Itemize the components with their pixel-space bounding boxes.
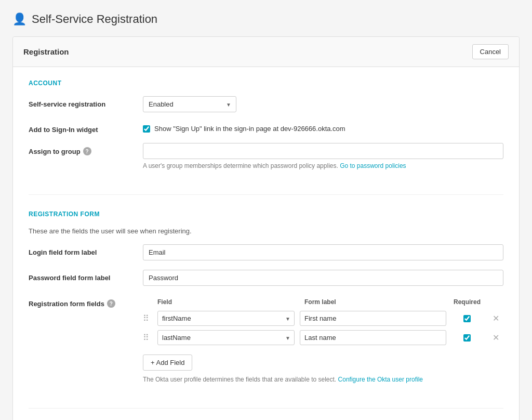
password-field-input[interactable] [143, 270, 503, 286]
table-row: ⠿ firstName lastName email ▼ [143, 311, 503, 326]
col-required-header: Required [446, 298, 488, 306]
field-select-1[interactable]: firstName lastName email [157, 311, 295, 326]
add-field-button[interactable]: + Add Field [143, 355, 192, 371]
account-section-title: ACCOUNT [29, 80, 503, 87]
field-label-input-2[interactable] [300, 330, 446, 345]
registration-form-section-title: REGISTRATION FORM [29, 211, 503, 218]
login-field-row: Login field form label [29, 244, 503, 260]
field-label-input-1[interactable] [300, 311, 446, 326]
assign-group-control: A user's group memberships determine whi… [143, 143, 503, 169]
self-service-row: Self-service registration Enabled Disabl… [29, 96, 503, 112]
form-fields-row: Registration form fields ? Field Form la… [29, 295, 503, 383]
col-label-header: Form label [299, 298, 446, 306]
self-service-label: Self-service registration [29, 96, 143, 108]
password-policies-link[interactable]: Go to password policies [340, 162, 406, 169]
assign-group-helper: A user's group memberships determine whi… [143, 162, 503, 169]
card-body: ACCOUNT Self-service registration Enable… [13, 67, 519, 420]
fields-table: Field Form label Required ⠿ first [143, 295, 503, 345]
account-section: ACCOUNT Self-service registration Enable… [29, 80, 503, 195]
login-field-label: Login field form label [29, 244, 143, 256]
required-checkbox-2[interactable] [463, 334, 471, 342]
sign-in-checkbox-label: Show "Sign Up" link in the sign-in page … [154, 125, 345, 133]
assign-group-row: Assign to group ? A user's group members… [29, 143, 503, 169]
col-drag-header [143, 298, 157, 306]
page-title-area: 👤 Self-Service Registration [12, 12, 520, 26]
field-select-2[interactable]: firstName lastName email [157, 330, 295, 345]
registration-form-description: These are the fields the user will see w… [29, 227, 503, 235]
sign-in-widget-control: Show "Sign Up" link in the sign-in page … [143, 122, 503, 133]
delete-field-2-button[interactable]: ✕ [488, 333, 503, 343]
drag-handle-icon[interactable]: ⠿ [143, 313, 157, 323]
required-check-1 [446, 315, 488, 322]
fields-table-header: Field Form label Required [143, 295, 503, 309]
main-card: Registration Cancel ACCOUNT Self-service… [12, 36, 520, 420]
sign-in-widget-row: Add to Sign-In widget Show "Sign Up" lin… [29, 122, 503, 134]
fields-helper-text: The Okta user profile determines the fie… [143, 376, 503, 383]
configure-profile-link[interactable]: Configure the Okta user profile [338, 376, 423, 383]
registration-form-section: REGISTRATION FORM These are the fields t… [29, 211, 503, 409]
password-field-label: Password field form label [29, 270, 143, 282]
form-fields-label: Registration form fields ? [29, 295, 143, 308]
sign-in-checkbox-row: Show "Sign Up" link in the sign-in page … [143, 122, 503, 133]
required-check-2 [446, 334, 488, 342]
card-header: Registration Cancel [13, 37, 519, 67]
field-select-1-wrapper: firstName lastName email ▼ [157, 311, 295, 326]
password-field-control [143, 270, 503, 286]
login-field-input[interactable] [143, 244, 503, 260]
assign-group-help-icon[interactable]: ? [83, 147, 91, 155]
login-field-control [143, 244, 503, 260]
sign-in-widget-label: Add to Sign-In widget [29, 122, 143, 134]
delete-field-1-button[interactable]: ✕ [488, 313, 503, 323]
person-icon: 👤 [12, 12, 26, 26]
self-service-select-wrapper: Enabled Disabled ▼ [143, 96, 236, 112]
cancel-button[interactable]: Cancel [472, 44, 509, 59]
col-delete-header [488, 298, 503, 306]
required-checkbox-1[interactable] [463, 315, 471, 322]
password-field-row: Password field form label [29, 270, 503, 286]
assign-group-input[interactable] [143, 143, 503, 159]
page-title: Self-Service Registration [32, 12, 157, 26]
drag-handle-icon[interactable]: ⠿ [143, 333, 157, 343]
assign-group-label: Assign to group ? [29, 143, 143, 155]
sign-in-checkbox[interactable] [143, 125, 150, 133]
card-header-title: Registration [23, 47, 69, 56]
table-row: ⠿ firstName lastName email ▼ [143, 330, 503, 345]
self-service-control: Enabled Disabled ▼ [143, 96, 503, 112]
form-fields-control: Field Form label Required ⠿ first [143, 295, 503, 383]
field-select-2-wrapper: firstName lastName email ▼ [157, 330, 295, 345]
form-fields-help-icon[interactable]: ? [107, 299, 115, 308]
col-field-header: Field [157, 298, 299, 306]
self-service-select[interactable]: Enabled Disabled [143, 96, 236, 112]
